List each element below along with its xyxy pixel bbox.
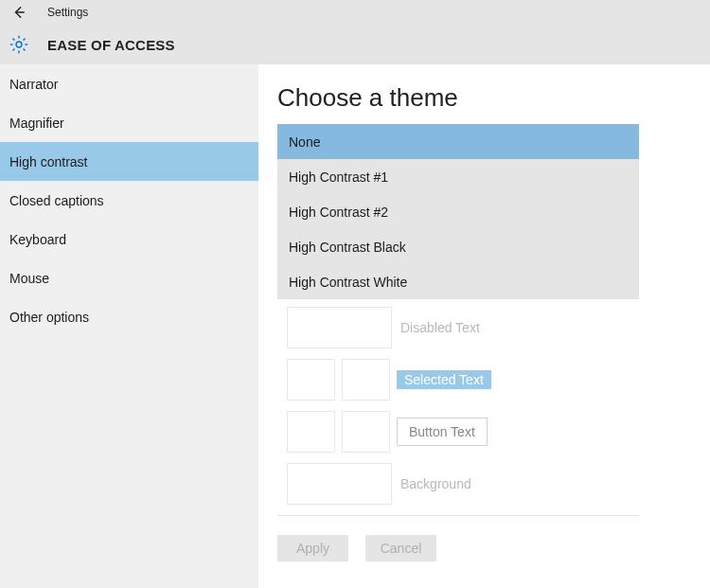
page-title: Choose a theme bbox=[277, 83, 710, 113]
theme-option-hc1[interactable]: High Contrast #1 bbox=[277, 159, 639, 194]
theme-option-label: High Contrast #1 bbox=[289, 169, 388, 185]
sidebar-item-other-options[interactable]: Other options bbox=[0, 297, 258, 336]
action-bar: Apply Cancel bbox=[277, 535, 710, 561]
sidebar-item-label: Closed captions bbox=[9, 193, 104, 208]
cancel-button[interactable]: Cancel bbox=[365, 535, 436, 561]
sidebar-item-label: Narrator bbox=[9, 77, 58, 92]
sidebar-item-label: Magnifier bbox=[9, 116, 64, 131]
theme-option-label: High Contrast #2 bbox=[289, 205, 388, 220]
sidebar-item-label: High contrast bbox=[9, 154, 87, 169]
sidebar-item-narrator[interactable]: Narrator bbox=[0, 64, 258, 103]
preview-label-background: Background bbox=[400, 476, 471, 491]
sidebar-item-label: Other options bbox=[9, 310, 89, 325]
swatch-button-fg bbox=[342, 411, 390, 453]
cancel-button-label: Cancel bbox=[381, 541, 422, 556]
sidebar: Narrator Magnifier High contrast Closed … bbox=[0, 64, 258, 588]
svg-line-7 bbox=[24, 49, 26, 51]
sidebar-item-high-contrast[interactable]: High contrast bbox=[0, 142, 258, 181]
svg-point-1 bbox=[16, 42, 22, 47]
theme-picker[interactable]: None High Contrast #1 High Contrast #2 H… bbox=[277, 124, 639, 299]
swatch-button-bg bbox=[287, 411, 335, 453]
theme-option-none[interactable]: None bbox=[277, 124, 639, 159]
theme-preview: Disabled Text Selected Text Button Text … bbox=[277, 299, 639, 516]
svg-line-9 bbox=[24, 38, 26, 40]
content-area: Choose a theme None High Contrast #1 Hig… bbox=[258, 64, 710, 588]
swatch-background bbox=[287, 463, 392, 505]
apply-button[interactable]: Apply bbox=[277, 535, 348, 561]
sidebar-item-magnifier[interactable]: Magnifier bbox=[0, 103, 258, 142]
back-arrow-icon bbox=[12, 6, 26, 19]
theme-option-hc-white[interactable]: High Contrast White bbox=[277, 264, 639, 299]
sidebar-item-label: Mouse bbox=[9, 271, 49, 286]
window-title: Settings bbox=[47, 6, 88, 19]
sidebar-item-keyboard[interactable]: Keyboard bbox=[0, 220, 258, 258]
swatch-disabled-text bbox=[287, 307, 392, 348]
category-title: EASE OF ACCESS bbox=[47, 37, 175, 53]
theme-option-hc2[interactable]: High Contrast #2 bbox=[277, 194, 639, 229]
svg-line-6 bbox=[12, 38, 14, 40]
preview-label-button-text: Button Text bbox=[397, 418, 488, 446]
swatch-selected-bg bbox=[287, 359, 335, 401]
preview-label-selected-text: Selected Text bbox=[397, 370, 491, 389]
theme-option-hc-black[interactable]: High Contrast Black bbox=[277, 229, 639, 264]
gear-icon bbox=[8, 33, 30, 56]
swatch-selected-fg bbox=[342, 359, 390, 401]
theme-option-label: High Contrast White bbox=[289, 275, 407, 290]
apply-button-label: Apply bbox=[296, 541, 329, 556]
preview-label-disabled-text: Disabled Text bbox=[400, 320, 480, 335]
sidebar-item-mouse[interactable]: Mouse bbox=[0, 258, 258, 297]
back-button[interactable] bbox=[8, 1, 30, 24]
svg-line-8 bbox=[12, 49, 14, 51]
theme-option-label: None bbox=[289, 134, 320, 150]
sidebar-item-label: Keyboard bbox=[9, 232, 66, 247]
sidebar-item-closed-captions[interactable]: Closed captions bbox=[0, 181, 258, 220]
theme-option-label: High Contrast Black bbox=[289, 240, 406, 255]
